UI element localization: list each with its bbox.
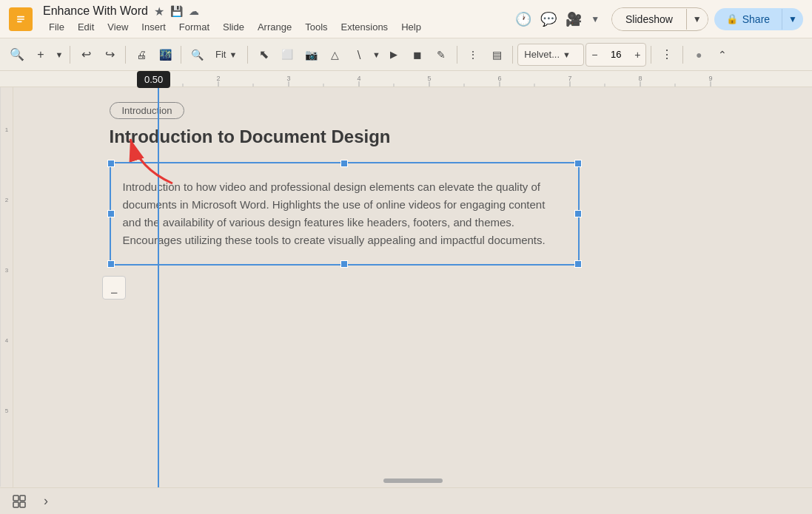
menu-help[interactable]: Help <box>395 20 427 34</box>
align-text-button[interactable]: ⋮ <box>462 44 484 66</box>
left-ruler: 1 2 3 4 5 <box>0 87 13 487</box>
svg-text:4: 4 <box>357 75 360 82</box>
ruler-content: 1 2 3 4 5 6 7 8 9 <box>0 71 812 87</box>
doc-title: Enhance With Word <box>43 4 148 18</box>
toolbar-separator-7 <box>651 46 651 64</box>
comment-icon[interactable]: 💬 <box>540 11 557 27</box>
doc-title-group: Enhance With Word ★ 💾 ☁ File Edit View I… <box>43 4 509 34</box>
svg-text:3: 3 <box>286 75 290 82</box>
video-embed-button[interactable]: ▶ <box>383 44 405 66</box>
handle-bottom-right[interactable] <box>574 260 582 268</box>
cloud-icon[interactable]: ☁ <box>189 5 199 17</box>
svg-rect-2 <box>17 18 24 20</box>
shape-tool-button[interactable]: △ <box>323 44 346 66</box>
paint-format-button[interactable]: 🌃 <box>154 44 176 66</box>
undo-button[interactable]: ↩ <box>75 44 97 66</box>
menu-format[interactable]: Format <box>173 20 215 34</box>
text-color-button[interactable]: ▤ <box>486 44 508 66</box>
svg-text:9: 9 <box>708 75 712 82</box>
redo-button[interactable]: ↪ <box>98 44 121 66</box>
font-size-increase-button[interactable]: + <box>629 44 645 66</box>
handle-middle-left[interactable] <box>107 210 115 217</box>
search-button[interactable]: 🔍 <box>6 44 28 66</box>
handle-bottom-center[interactable] <box>340 260 348 268</box>
svg-text:4: 4 <box>5 337 9 344</box>
svg-text:3: 3 <box>5 267 9 274</box>
app-icon <box>9 7 33 31</box>
title-icons: 🕐 💬 🎥 ▼ <box>515 11 600 27</box>
print-button[interactable]: 🖨 <box>130 44 152 66</box>
line-dropdown-button[interactable]: ▼ <box>371 44 381 66</box>
menu-file[interactable]: File <box>43 20 70 34</box>
handle-middle-right[interactable] <box>574 210 582 217</box>
zoom-level-dropdown[interactable]: Fit ▼ <box>209 44 243 66</box>
svg-text:8: 8 <box>638 75 642 82</box>
grid-view-button[interactable] <box>9 491 30 512</box>
lock-icon: 🔒 <box>726 13 738 24</box>
unlink-icon-button[interactable]: ⎯ <box>102 276 126 300</box>
more-options-button[interactable]: ⋮ <box>656 44 678 66</box>
doc-menu: File Edit View Insert Format Slide Arran… <box>43 20 509 34</box>
unlink-icon: ⎯ <box>111 282 117 294</box>
text-box-container[interactable]: Introduction to how video and profession… <box>110 162 580 266</box>
toolbar-separator-8 <box>682 46 683 64</box>
menu-slide[interactable]: Slide <box>217 20 250 34</box>
font-size-decrease-button[interactable]: − <box>586 44 603 66</box>
font-size-value[interactable]: 16 <box>603 46 629 63</box>
share-dropdown-button[interactable]: ▼ <box>782 9 803 30</box>
menu-arrange[interactable]: Arrange <box>252 20 298 34</box>
pen-tool-button[interactable]: ✎ <box>430 44 452 66</box>
slide-canvas[interactable]: Introduction Introduction to Document De… <box>13 87 812 487</box>
cursor-tool-button[interactable]: ⬉ <box>252 44 275 66</box>
slideshow-btn-group: Slideshow ▼ <box>611 7 708 31</box>
svg-rect-3 <box>17 21 22 22</box>
svg-text:2: 2 <box>5 197 9 203</box>
crop-tool-button[interactable]: ⬜ <box>276 44 298 66</box>
record-button[interactable]: ● <box>688 44 710 66</box>
collapse-toolbar-button[interactable]: ⌃ <box>711 44 734 66</box>
share-button[interactable]: 🔒 Share <box>714 8 782 30</box>
ruler: 1 2 3 4 5 6 7 8 9 <box>0 71 812 87</box>
toolbar-separator-4 <box>247 46 248 64</box>
drive-icon[interactable]: 💾 <box>170 5 183 17</box>
slideshow-dropdown-button[interactable]: ▼ <box>686 9 708 30</box>
video-icon[interactable]: 🎥 <box>566 11 582 27</box>
zoom-in-button[interactable]: + <box>30 44 52 66</box>
zoom-dropdown-button[interactable]: ▼ <box>53 44 65 66</box>
canvas-area: 1 2 3 4 5 <box>0 87 812 487</box>
zoom-fit-button[interactable]: 🔍 <box>186 44 208 66</box>
font-size-control: − 16 + <box>585 43 646 67</box>
fill-color-button[interactable]: ◼ <box>406 44 429 66</box>
slide[interactable]: Introduction Introduction to Document De… <box>87 102 739 472</box>
star-icon[interactable]: ★ <box>154 4 164 18</box>
svg-rect-42 <box>20 502 25 507</box>
svg-rect-41 <box>13 502 19 507</box>
handle-top-left[interactable] <box>107 160 115 167</box>
font-name-dropdown[interactable]: Helvet... ▼ <box>517 44 584 66</box>
title-bar: Enhance With Word ★ 💾 ☁ File Edit View I… <box>0 0 812 38</box>
slideshow-button[interactable]: Slideshow <box>612 8 686 30</box>
svg-rect-1 <box>17 16 24 17</box>
image-tool-button[interactable]: 📷 <box>300 44 322 66</box>
menu-extensions[interactable]: Extensions <box>335 20 395 34</box>
slide-tag-label: Introduction <box>110 102 185 119</box>
svg-text:5: 5 <box>5 408 9 414</box>
line-tool-button[interactable]: ∖ <box>347 44 369 66</box>
history-icon[interactable]: 🕐 <box>515 11 531 27</box>
video-dropdown-icon[interactable]: ▼ <box>591 14 600 24</box>
text-box[interactable]: Introduction to how video and profession… <box>110 162 580 266</box>
handle-top-center[interactable] <box>340 160 348 167</box>
svg-rect-39 <box>13 496 19 501</box>
toolbar: 🔍 + ▼ ↩ ↪ 🖨 🌃 🔍 Fit ▼ ⬉ ⬜ 📷 △ ∖ ▼ ▶ ◼ ✎ … <box>0 38 812 71</box>
title-actions: 🕐 💬 🎥 ▼ Slideshow ▼ 🔒 Share ▼ <box>515 7 803 31</box>
slide-heading: Introduction to Document Design <box>110 126 739 147</box>
menu-tools[interactable]: Tools <box>299 20 333 34</box>
handle-top-right[interactable] <box>574 160 582 167</box>
menu-insert[interactable]: Insert <box>135 20 172 34</box>
toolbar-separator-1 <box>70 46 70 64</box>
menu-view[interactable]: View <box>101 20 134 34</box>
horizontal-scrollbar[interactable] <box>383 479 443 483</box>
expand-panel-button[interactable]: › <box>36 491 56 512</box>
menu-edit[interactable]: Edit <box>72 20 100 34</box>
handle-bottom-left[interactable] <box>107 260 115 268</box>
